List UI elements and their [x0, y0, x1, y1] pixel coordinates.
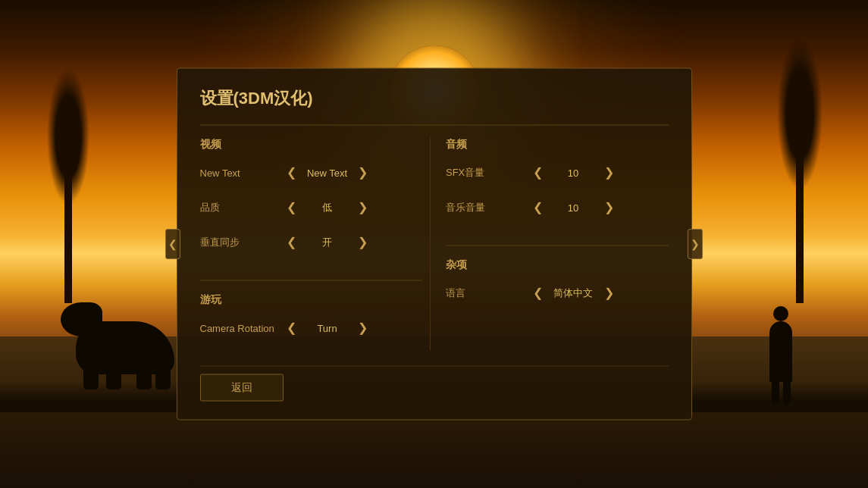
- music-volume-label: 音乐音量: [446, 201, 529, 214]
- left-column: 视频 New Text ❮ New Text ❯ 品质 ❮ 低 ❯: [200, 138, 431, 351]
- sfx-volume-row: SFX音量 ❮ 10 ❯: [446, 161, 669, 185]
- dialog-title: 设置(3DM汉化): [200, 87, 669, 110]
- quality-control: ❮ 低 ❯: [284, 199, 371, 216]
- camera-rotation-next-button[interactable]: ❯: [355, 320, 371, 336]
- language-next-button[interactable]: ❯: [600, 285, 617, 302]
- music-prev-button[interactable]: ❮: [529, 199, 546, 216]
- music-volume-control: ❮ 10 ❯: [529, 199, 617, 216]
- resolution-control: ❮ New Text ❯: [284, 164, 371, 181]
- tree-left: [45, 91, 91, 303]
- sfx-volume-value: 10: [550, 167, 596, 178]
- section-separator-2: [446, 230, 669, 246]
- section-separator-1: [200, 265, 423, 280]
- prev-panel-button[interactable]: ❮: [165, 229, 180, 259]
- vsync-value: 开: [305, 236, 350, 249]
- quality-value: 低: [305, 201, 350, 214]
- music-volume-value: 10: [550, 202, 596, 213]
- language-control: ❮ 简体中文 ❯: [529, 285, 617, 302]
- resolution-row: New Text ❮ New Text ❯: [200, 161, 423, 185]
- settings-dialog: 设置(3DM汉化) 视频 New Text ❮ New Text ❯ 品质 ❮ …: [177, 68, 692, 421]
- sfx-prev-button[interactable]: ❮: [529, 164, 546, 181]
- misc-section-label: 杂项: [446, 258, 669, 272]
- camera-rotation-label: Camera Rotation: [200, 322, 284, 333]
- camera-rotation-prev-button[interactable]: ❮: [284, 320, 300, 336]
- sfx-volume-label: SFX音量: [446, 166, 529, 180]
- divider-top: [200, 125, 669, 126]
- quality-next-button[interactable]: ❯: [355, 199, 371, 216]
- quality-label: 品质: [200, 201, 284, 214]
- back-button[interactable]: 返回: [200, 374, 284, 402]
- human-silhouette-right: [769, 321, 792, 382]
- quality-row: 品质 ❮ 低 ❯: [200, 196, 423, 220]
- language-label: 语言: [446, 286, 529, 300]
- audio-section-label: 音频: [446, 138, 669, 152]
- divider-gameplay: [200, 280, 423, 281]
- quality-prev-button[interactable]: ❮: [284, 199, 300, 216]
- language-value: 简体中文: [550, 286, 596, 300]
- vsync-label: 垂直同步: [200, 236, 284, 249]
- tree-right: [777, 76, 823, 303]
- back-button-row: 返回: [200, 366, 669, 402]
- settings-columns: 视频 New Text ❮ New Text ❯ 品质 ❮ 低 ❯: [200, 138, 669, 351]
- divider-misc: [446, 246, 669, 246]
- camera-rotation-row: Camera Rotation ❮ Turn ❯: [200, 316, 423, 340]
- vsync-next-button[interactable]: ❯: [355, 234, 371, 251]
- right-column: 音频 SFX音量 ❮ 10 ❯ 音乐音量 ❮ 10 ❯: [430, 138, 669, 351]
- resolution-label: New Text: [200, 167, 284, 178]
- resolution-value: New Text: [305, 167, 350, 178]
- vsync-row: 垂直同步 ❮ 开 ❯: [200, 230, 423, 255]
- vsync-prev-button[interactable]: ❮: [284, 234, 300, 251]
- language-prev-button[interactable]: ❮: [529, 285, 546, 302]
- sfx-next-button[interactable]: ❯: [600, 164, 617, 181]
- camera-rotation-value: Turn: [305, 322, 350, 333]
- resolution-prev-button[interactable]: ❮: [284, 164, 300, 181]
- music-next-button[interactable]: ❯: [600, 199, 617, 216]
- next-panel-button[interactable]: ❯: [688, 229, 703, 259]
- vsync-control: ❮ 开 ❯: [284, 234, 371, 251]
- music-volume-row: 音乐音量 ❮ 10 ❯: [446, 196, 669, 220]
- resolution-next-button[interactable]: ❯: [355, 164, 371, 181]
- gameplay-section-label: 游玩: [200, 293, 423, 307]
- language-row: 语言 ❮ 简体中文 ❯: [446, 281, 669, 305]
- sfx-volume-control: ❮ 10 ❯: [529, 164, 617, 181]
- camera-rotation-control: ❮ Turn ❯: [284, 320, 371, 336]
- video-section-label: 视频: [200, 138, 423, 152]
